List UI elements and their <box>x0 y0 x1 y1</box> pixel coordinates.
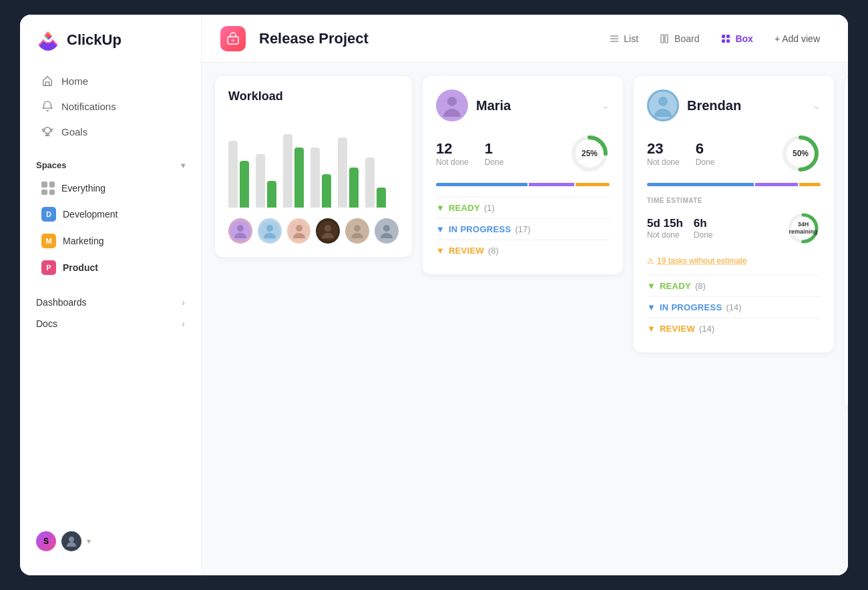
bar-gray-6 <box>365 158 375 208</box>
bell-icon <box>41 100 53 112</box>
svg-point-31 <box>658 97 668 106</box>
warning-icon: ⚠ <box>647 256 654 266</box>
avatar-6 <box>375 218 399 244</box>
sidebar-item-notifications[interactable]: Notifications <box>25 93 196 119</box>
svg-point-25 <box>383 225 390 232</box>
box-project-icon <box>226 31 240 46</box>
brendan-percent-label: 50% <box>793 149 809 158</box>
maria-card-header: Maria ⌄ <box>436 89 610 121</box>
tab-box[interactable]: Box <box>711 29 762 48</box>
bar-green-6 <box>377 188 386 208</box>
user-avatar-j[interactable] <box>61 531 81 551</box>
svg-point-0 <box>45 127 51 133</box>
svg-point-1 <box>69 537 74 542</box>
svg-point-17 <box>266 225 273 232</box>
maria-avatar-face <box>438 91 466 119</box>
sidebar-item-everything[interactable]: Everything <box>25 176 196 201</box>
brendan-pb-purple <box>755 183 798 186</box>
brendan-section-review[interactable]: ▼ REVIEW (14) <box>647 318 821 339</box>
user-dropdown-icon[interactable]: ▾ <box>87 537 91 546</box>
bar-group-6 <box>365 158 386 208</box>
notifications-label: Notifications <box>61 101 116 112</box>
maria-done-stat: 1 Done <box>485 140 504 167</box>
bar-group-2 <box>256 154 276 208</box>
app-name: ClickUp <box>67 31 122 49</box>
maria-section-ready[interactable]: ▼ READY (1) <box>436 197 610 218</box>
sidebar-item-home[interactable]: Home <box>25 68 196 93</box>
brendan-avatar-face <box>649 91 677 119</box>
avatar-1 <box>228 218 252 244</box>
svg-rect-8 <box>661 35 664 43</box>
sidebar-item-docs[interactable]: Docs › <box>20 313 201 334</box>
sidebar-item-product[interactable]: P Product <box>25 254 196 281</box>
brendan-card-header: Brendan ⌄ <box>647 89 821 121</box>
maria-pb-blue <box>436 183 527 186</box>
bar-green-1 <box>240 161 249 208</box>
main-content: Release Project List Board <box>202 15 848 575</box>
bar-gray-1 <box>228 141 238 208</box>
sidebar-bottom: S ▾ <box>20 521 201 562</box>
maria-progress-bar <box>436 183 610 186</box>
tab-list[interactable]: List <box>600 29 648 48</box>
brendan-section-inprogress[interactable]: ▼ IN PROGRESS (14) <box>647 296 821 318</box>
avatar-face-1 <box>230 221 250 241</box>
svg-rect-10 <box>722 35 725 38</box>
bar-gray-2 <box>256 154 265 208</box>
maria-percent-label: 25% <box>582 149 598 158</box>
brendan-name: Brendan <box>687 98 741 113</box>
brendan-section-ready[interactable]: ▼ READY (8) <box>647 275 821 296</box>
brendan-tasks-warning: ⚠ 19 tasks without estimate <box>647 256 821 266</box>
avatar-face-5 <box>347 221 367 241</box>
list-icon <box>609 33 620 44</box>
avatar-face-4 <box>318 221 338 241</box>
sidebar-item-marketing[interactable]: M Marketing <box>25 228 196 254</box>
maria-donut: 25% <box>570 133 610 174</box>
svg-point-23 <box>354 225 361 232</box>
spaces-section-label: Spaces ▾ <box>20 150 201 176</box>
add-view-button[interactable]: + Add view <box>765 29 829 48</box>
bar-gray-4 <box>310 148 320 208</box>
tab-board[interactable]: Board <box>650 29 708 48</box>
sidebar: ClickUp Home Notifications G <box>20 15 202 575</box>
bar-group-4 <box>310 148 331 208</box>
brendan-progress-bar <box>647 183 821 186</box>
svg-rect-12 <box>722 39 725 43</box>
project-title: Release Project <box>259 30 369 47</box>
maria-expand-icon[interactable]: ⌄ <box>602 100 610 111</box>
svg-point-21 <box>324 225 331 232</box>
app-container: ClickUp Home Notifications G <box>20 15 848 575</box>
maria-section-inprogress[interactable]: ▼ IN PROGRESS (17) <box>436 218 610 240</box>
maria-section-review[interactable]: ▼ REVIEW (8) <box>436 240 610 261</box>
bar-green-5 <box>349 168 359 208</box>
view-tabs: List Board Box <box>600 29 829 48</box>
bar-chart <box>228 114 399 208</box>
spaces-chevron-icon[interactable]: ▾ <box>181 161 185 170</box>
project-icon <box>220 26 246 51</box>
maria-avatar <box>436 89 468 121</box>
avatar-face-2 <box>260 221 280 241</box>
avatars-row <box>228 218 399 244</box>
sidebar-item-dashboards[interactable]: Dashboards › <box>20 292 201 313</box>
bar-group-3 <box>283 134 304 208</box>
brendan-te-done: 6h Done <box>694 217 713 240</box>
bar-green-4 <box>322 174 331 208</box>
maria-pb-yellow <box>576 183 610 186</box>
workload-card: Workload <box>215 76 412 257</box>
avatar-3 <box>287 218 311 244</box>
brendan-time-estimate: TIME ESTIMATE 5d 15h Not done 6h Done <box>647 197 821 246</box>
brendan-expand-icon[interactable]: ⌄ <box>813 100 821 111</box>
home-icon <box>41 75 53 87</box>
sidebar-item-goals[interactable]: Goals <box>25 119 196 144</box>
product-badge: P <box>41 260 56 275</box>
maria-card: Maria ⌄ 12 Not done 1 Done <box>423 76 623 274</box>
svg-point-27 <box>447 97 457 106</box>
cards-area: Workload <box>202 63 848 575</box>
logo-area: ClickUp <box>20 28 201 68</box>
sidebar-item-development[interactable]: D Development <box>25 201 196 228</box>
bar-group-5 <box>338 137 359 208</box>
svg-rect-11 <box>726 35 730 38</box>
user-avatar-s[interactable]: S <box>36 531 56 551</box>
avatar-4 <box>316 218 340 244</box>
user-face-icon <box>65 535 78 548</box>
brendan-pb-blue <box>647 183 754 186</box>
